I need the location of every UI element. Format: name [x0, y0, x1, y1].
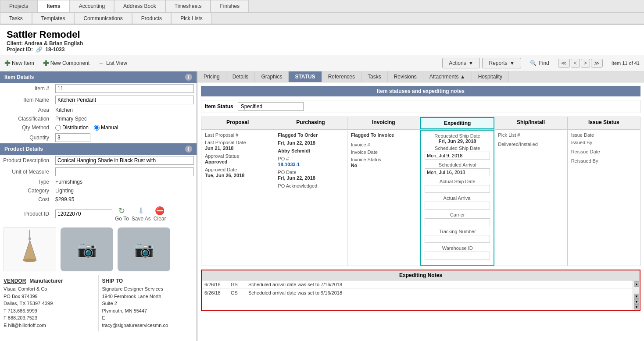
tab-graphics[interactable]: Graphics — [255, 71, 289, 82]
item-status-input[interactable] — [238, 102, 304, 111]
info-icon[interactable]: i — [185, 74, 192, 81]
tab-details[interactable]: Details — [226, 71, 255, 82]
tab-items[interactable]: Items — [37, 0, 69, 12]
find-label[interactable]: Find — [539, 60, 549, 66]
qty-manual-option[interactable]: Manual — [94, 124, 118, 131]
product-id-input[interactable] — [55, 210, 112, 218]
arrow-left-icon: ← — [98, 60, 104, 67]
vendor-name: Visual Comfort & Co — [4, 285, 95, 293]
actual-ship-input[interactable] — [425, 185, 490, 193]
nav-next-button[interactable]: > — [581, 59, 590, 67]
clear-icon: ⛔ — [155, 206, 165, 216]
tab-attachments[interactable]: Attachments ▲ — [423, 71, 472, 82]
item-number-row: Item # — [0, 83, 197, 94]
quantity-label: Quantity — [0, 132, 53, 143]
tab-pick-lists[interactable]: Pick Lists — [171, 13, 212, 24]
product-info-icon[interactable]: i — [185, 146, 192, 153]
nav-last-button[interactable]: ≫ — [591, 59, 603, 67]
category-row: Category Lighting — [0, 186, 197, 195]
nav-first-button[interactable]: ≪ — [558, 59, 570, 67]
qty-distribution-option[interactable]: Distribution — [55, 124, 89, 131]
unit-of-measure-input[interactable] — [55, 167, 194, 176]
tab-references[interactable]: References — [322, 71, 361, 82]
vendor-tab[interactable]: VENDOR — [4, 278, 26, 284]
find-area: 🔍 Find — [530, 60, 549, 66]
tab-projects[interactable]: Projects — [0, 0, 37, 12]
scheduled-arrival-label: Scheduled Arrival — [425, 162, 490, 167]
note-2-text: Scheduled arrival date was set to 9/16/2… — [246, 289, 633, 297]
photo-placeholder-1[interactable]: 📷 — [61, 227, 113, 271]
product-image[interactable] — [4, 227, 56, 271]
tab-timesheets[interactable]: Timesheets — [165, 0, 211, 12]
qty-method-row: Qty Method Distribution Manual — [0, 123, 197, 132]
manufacturer-tab[interactable]: Manufacturer — [29, 278, 63, 284]
qty-manual-label: Manual — [101, 124, 118, 131]
goto-button[interactable]: ↻ Go To — [115, 206, 129, 222]
save-as-icon: ⇩ — [138, 206, 144, 216]
content-tabs: Pricing Details Graphics STATUS Referenc… — [197, 71, 644, 82]
scroll-down-button-1[interactable]: ▼ — [634, 294, 639, 299]
quantity-input[interactable] — [55, 133, 90, 142]
scroll-down-button-2[interactable]: ▼ — [634, 299, 639, 304]
issue-status-col-head: Issue Status — [568, 117, 640, 129]
clear-button[interactable]: ⛔ Clear — [154, 206, 166, 222]
reports-dropdown[interactable]: Reports ▼ — [482, 58, 521, 68]
qty-distribution-radio[interactable] — [55, 125, 61, 131]
delivered-label: Delivered/Installed — [498, 142, 563, 147]
actual-arrival-input[interactable] — [425, 202, 490, 210]
tab-hospitality[interactable]: Hospitality — [472, 71, 509, 82]
new-item-button[interactable]: ✚ New Item — [4, 59, 34, 67]
item-name-input[interactable] — [55, 96, 194, 104]
classification-label: Classification — [0, 114, 53, 123]
tab-tasks[interactable]: Tasks — [361, 71, 388, 82]
carrier-input[interactable] — [425, 218, 490, 226]
tab-finishes[interactable]: Finishes — [211, 0, 249, 12]
expediting-notes-body: 6/26/18 GS Scheduled arrival date was se… — [202, 281, 640, 310]
po-number[interactable]: 18-1033-1 — [278, 162, 343, 167]
product-actions: ↻ Go To ⇩ Save As ⛔ Clear — [115, 205, 166, 223]
pendant-lamp-svg — [17, 230, 43, 269]
new-component-button[interactable]: ✚ New Component — [43, 59, 89, 67]
tab-products[interactable]: Products — [132, 13, 171, 24]
tab-accounting[interactable]: Accounting — [70, 0, 114, 12]
list-view-button[interactable]: ← List View — [98, 60, 127, 67]
approved-date-value: Tue, Jun 26, 2018 — [205, 173, 270, 178]
project-name: Sattler Remodel — [7, 29, 637, 40]
empty-note-row — [202, 297, 633, 310]
top-navigation: Projects Items Accounting Address Book T… — [0, 0, 644, 13]
tab-address-book[interactable]: Address Book — [114, 0, 165, 12]
notes-scrollbar[interactable]: ▲ ▼ ▼ ▼ — [633, 281, 640, 310]
item-number-input[interactable] — [55, 84, 194, 93]
tracking-input[interactable] — [425, 235, 490, 243]
scheduled-ship-input[interactable] — [425, 152, 490, 160]
product-details-title: Product Details — [4, 146, 43, 152]
invoice-status-value: No — [351, 163, 416, 168]
scroll-down-button-3[interactable]: ▼ — [634, 304, 639, 309]
qty-manual-radio[interactable] — [94, 125, 100, 131]
tracking-label: Tracking Number — [425, 229, 490, 234]
scroll-up-button[interactable]: ▲ — [634, 281, 639, 287]
tab-communications[interactable]: Communications — [74, 13, 132, 24]
requested-ship-label: Requested Ship Date — [425, 133, 490, 139]
tab-status[interactable]: STATUS — [289, 71, 322, 82]
vendor-po-box: PO Box 974399 — [4, 293, 95, 300]
expediting-column: Requested Ship Date Fri, Jun 29, 2018 Sc… — [420, 130, 494, 266]
tab-templates[interactable]: Templates — [32, 13, 75, 24]
nav-prev-button[interactable]: < — [571, 59, 580, 67]
description-input[interactable] — [55, 156, 194, 165]
product-id-label: Product ID — [0, 204, 53, 224]
photo-placeholder-2[interactable]: 📷 — [118, 227, 170, 271]
issue-date-label: Issue Date — [571, 132, 637, 138]
scheduled-arrival-input[interactable] — [425, 168, 490, 176]
area-row: Area Kitchen — [0, 106, 197, 114]
actions-dropdown[interactable]: Actions ▼ — [442, 58, 480, 68]
right-panel: Pricing Details Graphics STATUS Referenc… — [197, 71, 644, 341]
warehouse-input[interactable] — [425, 252, 490, 259]
save-as-button[interactable]: ⇩ Save As — [132, 206, 151, 222]
tab-tasks[interactable]: Tasks — [0, 13, 32, 24]
ship-to-address1: 1940 Fernbrook Lane North — [102, 293, 193, 300]
tab-pricing[interactable]: Pricing — [197, 71, 226, 82]
po-date: Fri, Jun 22, 2018 — [278, 175, 343, 181]
tab-revisions[interactable]: Revisions — [388, 71, 423, 82]
purchasing-buyer: Abby Schmidt — [278, 148, 343, 153]
